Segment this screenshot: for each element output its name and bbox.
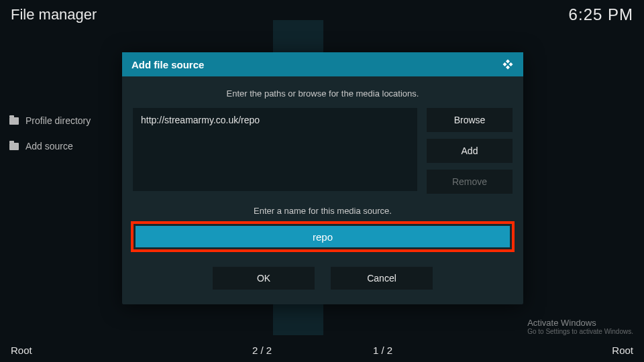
footer-left-label: Root	[11, 345, 252, 356]
windows-activation-watermark: Activate Windows Go to Settings to activ…	[527, 318, 633, 335]
add-button[interactable]: Add	[427, 139, 513, 163]
svg-marker-2	[506, 66, 510, 70]
folder-icon	[9, 117, 19, 125]
folder-icon	[9, 143, 19, 150]
path-input[interactable]: http://streamarmy.co.uk/repo	[133, 108, 417, 191]
add-file-source-dialog: Add file source Enter the paths or brows…	[122, 52, 523, 304]
top-bar: File manager 6:25 PM	[11, 5, 633, 24]
sidebar-item-profile-directory[interactable]: Profile directory	[9, 115, 117, 126]
dialog-title: Add file source	[131, 59, 204, 70]
sidebar-item-add-source[interactable]: Add source	[9, 141, 117, 152]
source-name-input[interactable]: repo	[136, 226, 510, 247]
footer-bar: Root 2 / 2 1 / 2 Root	[0, 342, 644, 358]
cancel-button[interactable]: Cancel	[331, 267, 433, 290]
footer-counter-right: 1 / 2	[373, 345, 494, 356]
name-input-highlight: repo	[131, 221, 515, 252]
footer-right-label: Root	[494, 345, 633, 356]
path-value: http://streamarmy.co.uk/repo	[141, 115, 260, 125]
svg-marker-1	[509, 62, 513, 66]
svg-marker-3	[503, 62, 507, 66]
name-prompt: Enter a name for this media source.	[133, 206, 513, 216]
browse-button[interactable]: Browse	[427, 108, 513, 132]
sidebar-item-label: Add source	[25, 141, 73, 152]
sidebar-item-label: Profile directory	[25, 115, 91, 126]
clock: 6:25 PM	[569, 5, 633, 24]
footer-counter-left: 2 / 2	[252, 345, 373, 356]
svg-marker-0	[506, 60, 510, 64]
remove-button: Remove	[427, 170, 513, 194]
app-title: File manager	[11, 6, 97, 23]
sidebar: Profile directory Add source	[9, 115, 117, 166]
dialog-body: Enter the paths or browse for the media …	[122, 76, 523, 304]
kodi-logo-icon	[502, 58, 514, 70]
ok-button[interactable]: OK	[213, 267, 315, 290]
paths-prompt: Enter the paths or browse for the media …	[133, 88, 513, 99]
watermark-line1: Activate Windows	[527, 318, 633, 328]
watermark-line2: Go to Settings to activate Windows.	[527, 328, 633, 335]
source-name-value: repo	[313, 231, 333, 243]
dialog-header: Add file source	[122, 52, 523, 76]
